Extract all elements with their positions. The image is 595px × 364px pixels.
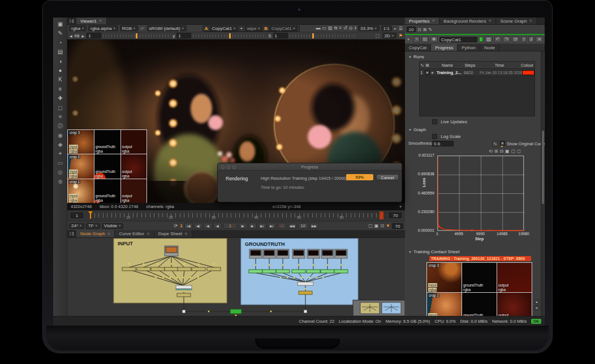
close-icon[interactable]: ✕ [432,19,435,23]
channel-menu-icon[interactable]: ▤ [53,47,67,57]
tab-curve-editor[interactable]: Curve Editor✕ [115,230,154,237]
draw-menu-icon[interactable]: ✎ [53,29,67,38]
tab-scene-graph[interactable]: Scene Graph✕ [496,18,537,24]
transport-button[interactable]: ▶ [239,223,247,229]
tab-background-renders[interactable]: Background Renders✕ [439,18,496,24]
display-mode-dropdown[interactable]: RGB▼ [120,25,138,31]
lock-panels-icon[interactable]: ⊡ [417,27,421,32]
node-tab-progress[interactable]: Progress [431,44,458,51]
close-icon[interactable]: ✕ [107,232,111,236]
b-node-dropdown[interactable]: CopyCat1▼ [269,25,298,31]
a-node-dropdown[interactable]: CopyCat1▼ [210,25,239,31]
zoom-traffic-icon[interactable] [232,166,236,169]
fit-x-icon[interactable]: ▣ [505,149,510,154]
node-color-swatch[interactable] [479,37,483,42]
log-scale-checkbox[interactable] [432,134,437,139]
aspect-dropdown[interactable]: 1:1 [381,25,392,31]
lines-icon[interactable]: ≡ [339,25,342,31]
transport-button[interactable]: ◀ [204,223,212,229]
node-tab-node[interactable]: Node [480,44,499,51]
metadata-menu-icon[interactable]: ◆ [53,140,67,149]
close-traffic-icon[interactable] [221,166,225,169]
col-steps[interactable]: Steps [462,63,478,68]
close-all-icon[interactable]: ⊠ [423,27,427,32]
filter-menu-icon[interactable]: ● [53,66,67,75]
loop-icon[interactable]: ⟳ [174,223,179,228]
gain-region-icon[interactable]: ▬ [316,25,321,31]
show-original-checkbox[interactable]: ✕ [500,141,505,146]
alpha-channel-dropdown[interactable]: rgba.alpha▼ [88,25,118,31]
channel-set-dropdown[interactable]: rgba▼ [69,25,87,31]
close-icon[interactable]: ✕ [184,232,188,236]
roi-box-icon[interactable]: ⬚ [375,33,381,38]
lock-range-icon[interactable]: ⊡ [380,223,384,228]
skip-back-button[interactable]: ◀◀ [288,223,296,229]
node-name-field[interactable]: CopyCat1 [439,37,477,42]
help-icon[interactable]: ? [521,36,527,42]
frame-range-icon[interactable]: ▣ [374,223,379,228]
layers-icon[interactable]: ⧉ [334,25,338,31]
run-enabled-checkbox[interactable]: ✕ [425,70,430,75]
python-icon[interactable]: ∂ [528,36,534,42]
image-menu-icon[interactable]: ▣ [53,20,67,29]
runs-header-icons[interactable]: ∿ ⊞ [420,63,433,68]
gain-next-icon[interactable]: ▶ [81,34,85,38]
node-tab-copycat[interactable]: CopyCat [405,44,431,51]
visibility-dropdown[interactable]: Visible▼ [102,223,123,229]
copycat-paw-icon[interactable]: ❖ [430,36,438,42]
loss-plot[interactable] [437,155,524,231]
gamma-slider[interactable] [193,34,266,37]
dialog-titlebar[interactable]: Progress [218,163,402,171]
zero-frame-button[interactable]: 0 [278,223,286,229]
revert-icon[interactable]: ⟳ [512,36,519,42]
pause-icon[interactable]: ‖ [355,25,356,31]
deep-menu-icon[interactable]: Ⓓ [53,122,67,131]
tab-node-graph[interactable]: Node Graph✕ [76,230,115,237]
transform-menu-icon[interactable]: ✚ [53,94,67,103]
gain-prev-icon[interactable]: ◀ [69,34,73,38]
wipe-mode-dropdown[interactable]: wipe▼ [245,25,262,31]
run-radio[interactable]: ● [430,70,436,75]
fit-y-icon[interactable]: ▢ [511,149,516,154]
transport-button[interactable]: ◀| [194,223,202,229]
keyer-menu-icon[interactable]: K [53,75,67,84]
checker-icon[interactable]: ▨ [328,25,333,31]
fit-all-icon[interactable]: ◻ [517,149,521,154]
redo-icon[interactable]: ↷ [503,36,510,42]
view-mode-dropdown[interactable]: 2D▼ [382,33,396,38]
live-updates-checkbox[interactable] [432,119,437,124]
frame-step-field[interactable]: 10 [298,223,308,229]
undo-icon[interactable]: ↶ [494,36,502,42]
collapse-node-icon[interactable]: ▼ [407,38,410,41]
frame-icon[interactable]: ▭ [322,25,327,31]
col-name[interactable]: Name [433,63,462,68]
runs-section-header[interactable]: ▼Runs [408,54,424,59]
plugins-menu-icon[interactable]: ⊕ [53,177,67,187]
panel-scrollbar[interactable] [541,51,544,316]
reset-zoom-icon[interactable]: ⟲ [489,149,493,154]
saturation-slider[interactable] [290,34,357,37]
nodegraph-minimap[interactable] [353,300,405,316]
3d-menu-icon[interactable]: ◻ [53,103,67,112]
other-menu-icon[interactable]: ▭ [53,159,67,168]
close-icon[interactable]: ✕ [146,232,150,236]
gain-field[interactable]: 1 [87,33,101,38]
smoothness-field[interactable]: 0.6 [432,141,454,146]
chevron-down-icon[interactable]: ▾ [399,204,402,209]
runs-table-row[interactable]: 1✕●Training_2...6820Fri Jan 30 13:18:35 … [420,69,534,76]
tab-viewer1[interactable]: Viewer1 ✕ [76,18,107,24]
color-menu-icon[interactable]: ◑ [53,57,67,66]
range-end-marker[interactable] [380,211,383,219]
close-icon[interactable]: ✕ [99,19,102,23]
gamma-field[interactable]: 1 [176,33,191,38]
flag-icon[interactable]: ⚑ [398,33,403,38]
col-time[interactable]: Time [478,63,520,68]
scroll-up-button[interactable]: ▲ [534,299,540,304]
ip-button[interactable]: IP [140,26,145,31]
views-menu-icon[interactable]: ◉ [53,131,67,140]
pane-icon[interactable] [69,19,75,24]
zoom-in-icon[interactable]: ⊞ [494,149,498,154]
tab-properties[interactable]: Properties✕ [405,18,439,24]
node-tab-python[interactable]: Python [458,44,480,51]
channels-icon[interactable]: ▨ [485,36,493,42]
